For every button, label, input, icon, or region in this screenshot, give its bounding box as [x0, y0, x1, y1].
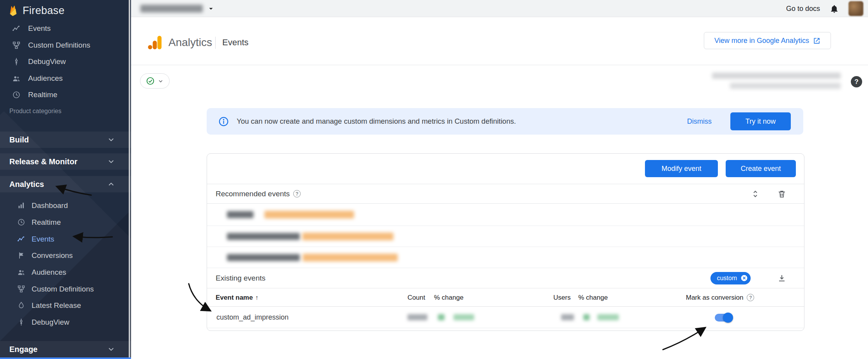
sidebar-item-realtime-top[interactable]: Realtime [0, 86, 131, 103]
close-icon[interactable] [740, 274, 748, 282]
modify-event-button[interactable]: Modify event [645, 160, 718, 177]
chevron-down-icon [107, 135, 115, 144]
page-title: Events [222, 34, 248, 52]
redacted-event-description [264, 211, 354, 219]
events-icon [16, 235, 26, 244]
sidebar-scrollbar[interactable] [129, 0, 130, 359]
header-divider [131, 65, 868, 65]
trash-icon[interactable] [777, 189, 787, 199]
column-header-mark-as-conversion[interactable]: Mark as conversion ? [686, 288, 754, 307]
check-circle-icon [146, 76, 155, 85]
debugview-icon [16, 318, 26, 327]
redacted-users-change-value [597, 314, 619, 320]
chip-label: custom [717, 275, 737, 282]
help-icon[interactable]: ? [851, 76, 862, 87]
column-header-users[interactable]: Users [553, 288, 570, 307]
realtime-clock-icon [12, 90, 21, 100]
redacted-count-value [407, 314, 427, 320]
sidebar-item-events[interactable]: Events [0, 231, 131, 247]
column-header-count[interactable]: Count [407, 288, 425, 307]
chevron-down-icon [107, 157, 115, 166]
banner-message: You can now create and manage custom dim… [237, 117, 516, 126]
event-status-filter-chip[interactable] [140, 73, 170, 89]
help-icon[interactable]: ? [747, 294, 754, 301]
date-range-selector[interactable] [712, 71, 842, 92]
sidebar-item-realtime[interactable]: Realtime [0, 214, 131, 231]
user-avatar[interactable] [849, 1, 863, 16]
column-label: Event name [216, 294, 253, 302]
redacted-event-name [227, 233, 300, 240]
sidebar-item-dashboard[interactable]: Dashboard [0, 197, 131, 214]
main-content: Analytics Events View more in Google Ana… [131, 17, 868, 359]
go-to-docs-link[interactable]: Go to docs [786, 5, 820, 13]
recommended-event-row[interactable] [207, 226, 804, 247]
sidebar-item-label: Events [32, 235, 54, 243]
redacted-count-change-value [453, 314, 474, 320]
sort-ascending-icon: ↑ [255, 294, 258, 301]
create-event-button[interactable]: Create event [726, 160, 796, 177]
sidebar-item-latest-release[interactable]: Latest Release [0, 297, 131, 314]
sidebar-accent-line [0, 357, 131, 359]
sidebar-item-label: Custom Definitions [32, 285, 94, 293]
sidebar-item-audiences[interactable]: Audiences [0, 264, 131, 281]
column-header-users-change[interactable]: % change [578, 288, 608, 307]
audiences-icon [12, 74, 21, 83]
chevron-down-icon [158, 78, 164, 84]
custom-filter-chip[interactable]: custom [710, 272, 751, 284]
dismiss-button[interactable]: Dismiss [687, 117, 712, 126]
notifications-bell-icon[interactable] [829, 4, 839, 14]
custom-definitions-banner: You can now create and manage custom dim… [207, 108, 803, 135]
google-analytics-logo-icon [146, 34, 164, 52]
sidebar-item-label: DebugView [28, 57, 66, 66]
sidebar-item-label: Dashboard [32, 201, 68, 210]
sidebar-item-custom-definitions[interactable]: Custom Definitions [0, 281, 131, 297]
custom-definitions-icon [16, 284, 26, 294]
firebase-logo-icon [8, 4, 19, 17]
sidebar-item-events-top[interactable]: Events [0, 20, 131, 37]
column-header-count-change[interactable]: % change [434, 288, 464, 307]
sidebar-item-conversions[interactable]: Conversions [0, 247, 131, 264]
column-header-event-name[interactable]: Event name ↑ [216, 288, 258, 307]
unfold-sort-icon[interactable] [751, 189, 760, 199]
custom-definitions-icon [12, 41, 21, 50]
download-icon[interactable] [777, 274, 787, 283]
sidebar-section-analytics[interactable]: Analytics [0, 176, 131, 192]
sidebar-item-label: Latest Release [32, 301, 81, 310]
sidebar-item-debugview-top[interactable]: DebugView [0, 53, 131, 70]
sidebar-item-label: Custom Definitions [28, 41, 90, 50]
events-icon [12, 24, 21, 33]
product-title: Analytics [168, 34, 212, 52]
redacted-users-change-icon [583, 314, 590, 320]
sidebar-section-release-monitor[interactable]: Release & Monitor [0, 153, 131, 170]
sidebar-section-engage[interactable]: Engage [0, 341, 131, 357]
view-more-in-google-analytics-button[interactable]: View more in Google Analytics [704, 32, 831, 49]
recommended-event-row[interactable] [207, 247, 804, 268]
redacted-event-description [303, 254, 398, 261]
sidebar-item-label: Conversions [32, 251, 73, 260]
existing-events-header: Existing events custom [207, 268, 804, 288]
flag-icon [16, 251, 26, 260]
help-icon[interactable]: ? [293, 190, 301, 197]
firebase-brand[interactable]: Firebase [8, 2, 64, 19]
view-more-label: View more in Google Analytics [714, 37, 809, 45]
chevron-up-icon [107, 180, 115, 188]
sidebar-item-custom-definitions-top[interactable]: Custom Definitions [0, 37, 131, 53]
sidebar-item-label: Realtime [28, 91, 57, 99]
recommended-events-title: Recommended events [216, 190, 290, 198]
section-label: Release & Monitor [9, 157, 77, 166]
sidebar-item-debugview[interactable]: DebugView [0, 314, 131, 331]
topbar-actions: Go to docs [786, 0, 863, 17]
sidebar-item-audiences-top[interactable]: Audiences [0, 70, 131, 87]
existing-events-title: Existing events [216, 274, 266, 283]
redacted-users-value [561, 314, 574, 320]
topbar: Go to docs [131, 0, 868, 17]
sidebar-section-build[interactable]: Build [0, 132, 131, 148]
redacted-event-name [227, 211, 253, 218]
try-it-now-button[interactable]: Try it now [730, 112, 791, 130]
mark-as-conversion-toggle[interactable] [715, 314, 732, 322]
redacted-event-name [227, 254, 300, 261]
project-selector[interactable] [140, 3, 215, 14]
sidebar-item-label: Realtime [32, 218, 61, 227]
event-name-cell: custom_ad_impression [216, 307, 289, 328]
recommended-event-row[interactable] [207, 204, 804, 226]
